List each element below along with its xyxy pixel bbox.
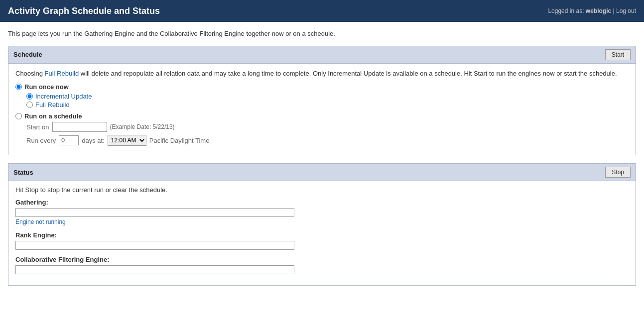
run-every-input[interactable] [59, 135, 79, 145]
schedule-panel-title: Schedule [13, 51, 42, 58]
rank-engine-progress-bar [15, 241, 294, 250]
status-panel-header: Status Stop [8, 164, 636, 181]
schedule-panel-header: Schedule Start [8, 46, 636, 64]
schedule-options: Start on (Example Date: 5/22/13) Run eve… [26, 122, 629, 146]
incremental-update-label[interactable]: Incremental Update [26, 93, 629, 100]
collaborative-label: Collaborative Filtering Engine: [15, 256, 629, 263]
run-once-group: Run once now Incremental Update Full Reb… [15, 83, 629, 108]
collaborative-field: Collaborative Filtering Engine: [15, 256, 629, 274]
status-panel-title: Status [13, 169, 33, 176]
status-panel: Status Stop Hit Stop to stop the current… [8, 163, 636, 286]
run-schedule-label[interactable]: Run on a schedule [15, 112, 629, 120]
stop-button[interactable]: Stop [605, 167, 631, 178]
schedule-panel: Schedule Start Choosing Full Rebuild wil… [8, 46, 636, 156]
logged-in-label: Logged in as: [548, 7, 584, 14]
start-button[interactable]: Start [605, 49, 631, 60]
rank-engine-label: Rank Engine: [15, 231, 629, 239]
gathering-progress-bar [15, 208, 294, 217]
run-once-radio[interactable] [15, 84, 22, 90]
page-title: Activity Graph Schedule and Status [8, 6, 160, 16]
gathering-status: Engine not running [15, 218, 66, 225]
gathering-label: Gathering: [15, 199, 629, 206]
run-schedule-radio[interactable] [15, 113, 22, 119]
app-header: Activity Graph Schedule and Status Logge… [0, 0, 644, 22]
full-rebuild-radio[interactable] [26, 102, 33, 108]
incremental-update-radio[interactable] [26, 93, 33, 100]
start-on-example: (Example Date: 5/22/13) [110, 123, 175, 130]
start-on-row: Start on (Example Date: 5/22/13) [26, 122, 629, 132]
start-on-input[interactable] [52, 122, 107, 132]
logout-link[interactable]: Log out [616, 7, 636, 14]
rank-engine-field: Rank Engine: [15, 231, 629, 250]
days-label: days at: [82, 137, 105, 144]
sub-radio-group: Incremental Update Full Rebuild [26, 93, 629, 108]
full-rebuild-label[interactable]: Full Rebuild [26, 101, 629, 108]
run-schedule-group: Run on a schedule Start on (Example Date… [15, 112, 629, 146]
schedule-info-text: Choosing Full Rebuild will delete and re… [15, 69, 629, 79]
page-description: This page lets you run the Gathering Eng… [8, 29, 636, 39]
run-every-label: Run every [26, 137, 56, 144]
user-info: Logged in as: weblogic | Log out [548, 7, 636, 14]
username: weblogic [586, 7, 611, 14]
start-on-label: Start on [26, 123, 49, 131]
gathering-field: Gathering: Engine not running [15, 199, 629, 225]
timezone-label: Pacific Daylight Time [149, 137, 210, 144]
status-panel-body: Hit Stop to stop the current run or clea… [8, 181, 636, 285]
full-rebuild-link[interactable]: Full Rebuild [45, 70, 79, 77]
run-once-label[interactable]: Run once now [15, 83, 629, 91]
main-content: This page lets you run the Gathering Eng… [0, 22, 644, 301]
schedule-panel-body: Choosing Full Rebuild will delete and re… [8, 64, 636, 155]
status-description: Hit Stop to stop the current run or clea… [15, 186, 629, 194]
run-every-row: Run every days at: 12:00 AM 1:00 AM 2:00… [26, 135, 629, 146]
time-select[interactable]: 12:00 AM 1:00 AM 2:00 AM 3:00 AM 6:00 AM… [108, 135, 146, 146]
collaborative-progress-bar [15, 265, 294, 274]
